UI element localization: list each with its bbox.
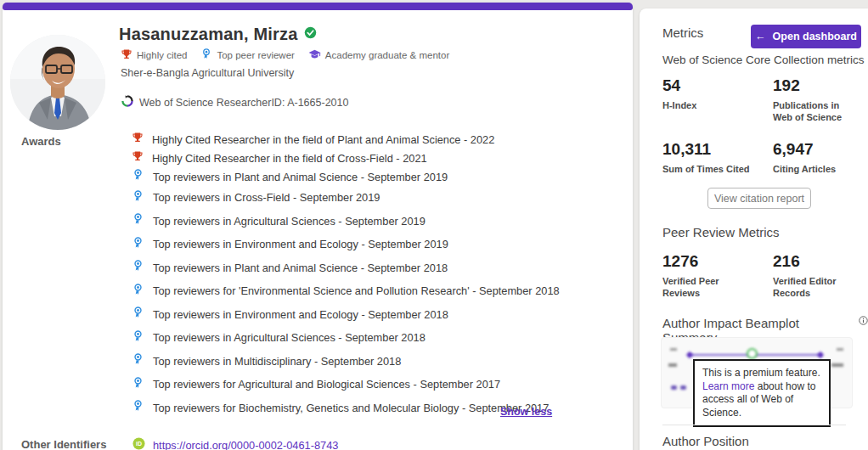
avatar — [10, 35, 105, 130]
award-item: Top reviewers in Agricultural Sciences -… — [132, 210, 539, 233]
badge-highly-cited: Highly cited — [121, 48, 187, 62]
award-text: Top reviewers in Agricultural Sciences -… — [153, 331, 426, 344]
orcid-icon: iD — [132, 437, 145, 450]
award-text: Top reviewers in Plant and Animal Scienc… — [153, 262, 448, 274]
peer-review-metrics-title: Peer Review Metrics — [662, 225, 780, 239]
open-dashboard-label: Open dashboard — [773, 31, 857, 42]
medal-icon — [132, 306, 144, 323]
award-item: Top reviewers in Plant and Animal Scienc… — [132, 167, 539, 186]
info-icon[interactable] — [859, 313, 868, 328]
metrics-title: Metrics — [662, 25, 703, 40]
award-item: Top reviewers in Cross-Field - September… — [132, 186, 539, 210]
award-text: Highly Cited Researcher in the field of … — [152, 152, 427, 165]
award-item: Top reviewers in Plant and Animal Scienc… — [132, 256, 539, 280]
award-item: Top reviewers for Biochemistry, Genetics… — [132, 397, 539, 420]
medal-icon — [132, 189, 144, 206]
show-less-link[interactable]: Show less — [500, 406, 552, 418]
back-arrow-icon: ← — [755, 31, 766, 42]
award-text: Top reviewers in Agricultural Sciences -… — [153, 215, 426, 228]
learn-more-link[interactable]: Learn more — [702, 380, 754, 392]
metric-label: Publications in Web of Science — [773, 99, 858, 123]
metric-label: Verified Peer Reviews — [662, 275, 739, 299]
metric-value: 54 — [662, 76, 766, 95]
metric-label: H-Index — [662, 99, 766, 111]
verified-badge-icon — [304, 26, 317, 42]
badge-label: Academy graduate & mentor — [325, 50, 449, 60]
metric-publications: 192 Publications in Web of Science — [773, 76, 858, 123]
medal-icon — [132, 399, 144, 416]
beamplot-tick — [831, 363, 843, 367]
award-text: Top reviewers in Plant and Animal Scienc… — [153, 171, 448, 183]
premium-feature-tooltip: This is a premium feature. Learn more ab… — [693, 359, 831, 427]
tooltip-text: This is a premium feature. — [702, 367, 820, 379]
metric-value: 216 — [773, 252, 854, 271]
badge-label: Highly cited — [137, 50, 187, 60]
medal-icon — [132, 212, 144, 229]
metric-sum-times-cited: 10,311 Sum of Times Cited — [662, 140, 766, 175]
badge-label: Top peer reviewer — [217, 50, 294, 60]
metric-value: 10,311 — [662, 140, 766, 159]
core-collection-title: Web of Science Core Collection metrics — [662, 53, 865, 66]
award-item: Top reviewers in Environment and Ecology… — [132, 233, 539, 256]
award-item: Highly Cited Researcher in the field of … — [132, 130, 539, 149]
badge-top-peer-reviewer: Top peer reviewer — [200, 48, 294, 62]
award-text: Top reviewers for Biochemistry, Genetics… — [153, 402, 549, 414]
award-text: Top reviewers in Environment and Ecology… — [153, 238, 448, 250]
medal-icon — [132, 283, 144, 300]
beamplot-legend-dot — [671, 385, 677, 390]
award-text: Highly Cited Researcher in the field of … — [152, 133, 494, 146]
view-citation-report-button[interactable]: View citation report — [707, 188, 811, 209]
awards-section-label: Awards — [21, 135, 61, 148]
badge-academy-graduate: Academy graduate & mentor — [308, 48, 449, 62]
award-text: Top reviewers for Agricultural and Biolo… — [153, 378, 500, 391]
medal-icon — [132, 329, 144, 346]
metric-label: Sum of Times Cited — [662, 163, 766, 175]
metric-h-index: 54 H-Index — [662, 76, 766, 111]
beamplot-legend-dot — [680, 385, 686, 390]
award-item: Top reviewers for 'Environmental Science… — [132, 279, 539, 303]
badge-row: Highly cited Top peer reviewer Academy g… — [121, 48, 449, 62]
other-identifiers-label: Other Identifiers — [21, 438, 106, 450]
section-divider — [662, 425, 846, 425]
researcher-id-icon — [121, 95, 133, 110]
metric-value: 192 — [773, 76, 858, 95]
metric-citing-articles: 6,947 Citing Articles — [773, 140, 868, 175]
avatar-portrait — [10, 35, 105, 130]
award-text: Top reviewers in Multidisciplinary - Sep… — [153, 355, 401, 368]
trophy-icon — [132, 150, 144, 166]
award-item: Highly Cited Researcher in the field of … — [132, 149, 539, 167]
medal-icon — [132, 236, 144, 253]
metric-label: Verified Editor Records — [773, 275, 854, 299]
graduation-cap-icon — [308, 48, 321, 62]
trophy-icon — [121, 48, 132, 62]
metric-value: 1276 — [662, 252, 739, 271]
orcid-row: iD https://orcid.org/0000-0002-0461-8743 — [132, 437, 338, 450]
medal-icon — [132, 259, 144, 276]
author-position-title: Author Position — [662, 434, 749, 448]
award-item: Top reviewers for Agricultural and Biolo… — [132, 373, 539, 397]
affiliation: Sher-e-Bangla Agricultural University — [121, 67, 294, 79]
metrics-panel: Metrics ← Open dashboard Web of Science … — [640, 8, 868, 450]
medal-icon — [132, 168, 144, 185]
award-text: Top reviewers in Cross-Field - September… — [153, 191, 380, 204]
profile-card: Hasanuzzaman, Mirza Highly cited Top pee… — [3, 3, 633, 450]
beamplot-marker — [686, 352, 693, 358]
open-dashboard-button[interactable]: ← Open dashboard — [751, 25, 861, 48]
researcher-id-row: Web of Science ResearcherID: A-1665-2010 — [121, 95, 348, 110]
beamplot-tick — [837, 348, 843, 351]
metric-label: Citing Articles — [773, 163, 868, 175]
medal-icon — [132, 352, 144, 369]
page-title: Hasanuzzaman, Mirza — [119, 25, 298, 44]
awards-list: Highly Cited Researcher in the field of … — [132, 130, 539, 419]
award-item: Top reviewers in Agricultural Sciences -… — [132, 326, 539, 350]
metric-verified-editor-records: 216 Verified Editor Records — [773, 252, 854, 299]
orcid-link[interactable]: https://orcid.org/0000-0002-0461-8743 — [153, 439, 338, 450]
metric-verified-peer-reviews: 1276 Verified Peer Reviews — [662, 252, 739, 299]
researcher-id: Web of Science ResearcherID: A-1665-2010 — [139, 97, 348, 109]
medal-icon — [200, 48, 212, 62]
beamplot-tick — [670, 348, 677, 351]
beamplot-median-marker — [747, 348, 758, 359]
award-item: Top reviewers in Environment and Ecology… — [132, 303, 539, 327]
beamplot-tick — [668, 363, 677, 367]
metric-value: 6,947 — [773, 140, 868, 159]
